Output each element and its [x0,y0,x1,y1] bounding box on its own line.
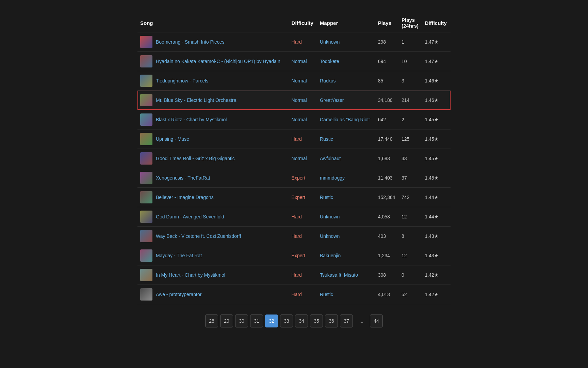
plays-cell: 152,364 [375,188,399,207]
mapper-cell: Unknown [317,227,375,246]
mapper-name[interactable]: Awfulnaut [320,156,341,161]
song-cell-1: Boomerang - Smash Into Pieces [137,32,289,52]
song-name[interactable]: Boomerang - Smash Into Pieces [156,39,225,45]
page-button-30[interactable]: 30 [235,315,248,327]
mapper-name[interactable]: Rustic [320,292,333,297]
plays-cell: 4,013 [375,285,399,304]
plays24-cell: 3 [399,71,422,91]
diff-rating-cell: 1.45★ [422,149,451,168]
table-row[interactable]: Mr. Blue Sky - Electric Light OrchestraN… [137,91,451,110]
song-name[interactable]: Believer - Imagine Dragons [156,195,214,200]
song-cell-8: Xenogenesis - TheFatRat [137,168,289,188]
diff-rating-value: 1.45★ [425,156,439,161]
table-body: Boomerang - Smash Into PiecesHardUnknown… [137,32,451,304]
song-name[interactable]: Mr. Blue Sky - Electric Light Orchestra [156,97,236,103]
page-button-29[interactable]: 29 [220,315,233,327]
song-thumbnail [140,249,152,262]
page-button-34[interactable]: 34 [295,315,308,327]
diff-rating-value: 1.45★ [425,136,439,142]
difficulty-label: Hard [292,214,302,219]
song-name[interactable]: Blastix Riotz - Chart by Mystikmol [156,117,227,122]
table-row[interactable]: Xenogenesis - TheFatRatExpertmmmdoggy11,… [137,168,451,188]
plays-cell: 298 [375,32,399,52]
table-row[interactable]: Awe - prototyperaptorHardRustic4,013521.… [137,285,451,304]
mapper-name[interactable]: mmmdoggy [320,175,345,181]
song-thumbnail [140,269,152,281]
plays24-cell: 12 [399,246,422,265]
pagination-dots: ... [355,315,368,327]
song-thumbnail [140,152,152,165]
difficulty-cell: Hard [289,207,317,227]
table-row[interactable]: In My Heart - Chart by MystikmolHardTsuk… [137,265,451,285]
song-name[interactable]: Mayday - The Fat Rat [156,253,202,258]
page-button-last[interactable]: 44 [370,315,383,327]
song-name[interactable]: Good Times Roll - Griz x Big Gigantic [156,156,235,161]
song-name[interactable]: In My Heart - Chart by Mystikmol [156,272,225,278]
song-thumbnail [140,75,152,87]
mapper-name[interactable]: Tsukasa ft. Misato [320,272,358,278]
mapper-name[interactable]: Ruckus [320,78,336,83]
table-row[interactable]: Tieduprightnow - ParcelsNormalRuckus8531… [137,71,451,91]
song-name[interactable]: Awe - prototyperaptor [156,292,201,297]
difficulty-cell: Expert [289,168,317,188]
mapper-cell: Unknown [317,32,375,52]
diff-rating-cell: 1.45★ [422,168,451,188]
difficulty-label: Hard [292,292,302,297]
mapper-name[interactable]: GreatYazer [320,97,344,103]
page-button-33[interactable]: 33 [280,315,293,327]
songs-table: Song Difficulty Mapper Plays Plays(24hrs… [137,14,451,304]
song-name[interactable]: God Damn - Avenged Sevenfold [156,214,224,219]
song-thumbnail [140,172,152,184]
mapper-cell: Ruckus [317,71,375,91]
mapper-cell: Camellia as "Bang Riot" [317,110,375,129]
col-plays: Plays [375,14,399,32]
mapper-name[interactable]: Todokete [320,59,339,64]
mapper-name[interactable]: Camellia as "Bang Riot" [320,117,370,122]
mapper-name[interactable]: Rustic [320,136,333,142]
table-row[interactable]: Uprising - MuseHardRustic17,4401251.45★ [137,129,451,149]
song-cell-11: Way Back - Vicetone ft. Cozi Zuehlsdorff [137,227,289,246]
plays-cell: 34,180 [375,91,399,110]
table-row[interactable]: Blastix Riotz - Chart by MystikmolNormal… [137,110,451,129]
diff-rating-cell: 1.47★ [422,32,451,52]
diff-rating-value: 1.42★ [425,272,439,278]
diff-rating-cell: 1.46★ [422,71,451,91]
mapper-cell: Unknown [317,207,375,227]
page-button-32[interactable]: 32 [265,315,278,327]
song-cell-6: Uprising - Muse [137,129,289,149]
song-name[interactable]: Xenogenesis - TheFatRat [156,175,210,181]
difficulty-label: Expert [292,175,305,181]
song-thumbnail [140,211,152,223]
page-button-28[interactable]: 28 [205,315,218,327]
table-row[interactable]: God Damn - Avenged SevenfoldHardUnknown4… [137,207,451,227]
song-name[interactable]: Uprising - Muse [156,136,189,142]
difficulty-label: Normal [292,97,307,103]
table-row[interactable]: Boomerang - Smash Into PiecesHardUnknown… [137,32,451,52]
mapper-name[interactable]: Unknown [320,233,340,239]
page-button-35[interactable]: 35 [310,315,323,327]
plays24-cell: 214 [399,91,422,110]
table-row[interactable]: Mayday - The Fat RatExpertBakuenjin1,234… [137,246,451,265]
table-row[interactable]: Way Back - Vicetone ft. Cozi Zuehlsdorff… [137,227,451,246]
page-button-31[interactable]: 31 [250,315,263,327]
mapper-name[interactable]: Rustic [320,195,333,200]
table-row[interactable]: Hyadain no Kakata Katamoi-C - (Nichijou … [137,52,451,71]
diff-rating-cell: 1.44★ [422,207,451,227]
plays-cell: 85 [375,71,399,91]
plays24-cell: 10 [399,52,422,71]
difficulty-cell: Hard [289,265,317,285]
table-row[interactable]: Believer - Imagine DragonsExpertRustic15… [137,188,451,207]
diff-rating-value: 1.46★ [425,97,439,103]
mapper-name[interactable]: Unknown [320,214,340,219]
mapper-name[interactable]: Unknown [320,39,340,45]
song-name[interactable]: Hyadain no Kakata Katamoi-C - (Nichijou … [156,59,280,64]
difficulty-cell: Hard [289,285,317,304]
diff-rating-cell: 1.46★ [422,91,451,110]
song-thumbnail [140,36,152,48]
table-row[interactable]: Good Times Roll - Griz x Big GiganticNor… [137,149,451,168]
page-button-36[interactable]: 36 [325,315,338,327]
song-name[interactable]: Way Back - Vicetone ft. Cozi Zuehlsdorff [156,233,241,239]
mapper-name[interactable]: Bakuenjin [320,253,341,258]
song-name[interactable]: Tieduprightnow - Parcels [156,78,208,83]
page-button-37[interactable]: 37 [340,315,353,327]
